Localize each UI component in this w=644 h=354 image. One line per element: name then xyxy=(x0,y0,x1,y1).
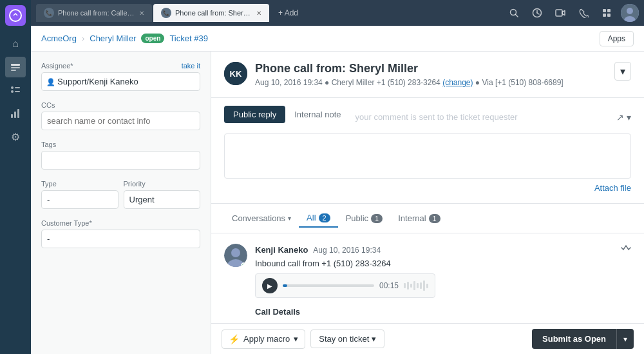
type-select[interactable]: - xyxy=(41,190,118,209)
online-indicator xyxy=(241,262,247,267)
bottom-bar: ⚡ Apply macro ▾ Stay on ticket ▾ Submit … xyxy=(211,323,644,354)
tab-1[interactable]: 📞 Phone call from: Caller +1 (510... ✕ xyxy=(36,4,152,22)
breadcrumb-contact[interactable]: Cheryl Miller xyxy=(90,34,136,43)
bar-5 xyxy=(417,283,419,288)
list-icon[interactable] xyxy=(5,80,26,101)
take-it-link[interactable]: take it xyxy=(182,62,200,70)
svg-rect-9 xyxy=(14,112,16,118)
svg-text:KK: KK xyxy=(230,69,242,79)
breadcrumb-bar: AcmeOrg › Cheryl Miller open Ticket #39 … xyxy=(31,26,644,52)
attach-file-area: Attach file xyxy=(224,181,631,195)
message-1: Kenji Kaneko Aug 10, 2016 19:34 Inbound … xyxy=(224,244,631,323)
tab-1-close[interactable]: ✕ xyxy=(139,10,144,17)
reply-textarea[interactable] xyxy=(224,133,631,179)
ticket-meta: Aug 10, 2016 19:34 ● Cheryl Miller +1 (5… xyxy=(255,78,607,87)
message-1-avatar xyxy=(224,244,247,267)
ticket-info: Phone call from: Sheryl Miller Aug 10, 2… xyxy=(255,62,607,87)
breadcrumb-org[interactable]: AcmeOrg xyxy=(41,34,77,43)
ccs-input[interactable] xyxy=(41,112,200,130)
status-badge: open xyxy=(141,34,164,43)
ticket-header-actions: ▾ xyxy=(614,62,631,81)
ticket-change-link[interactable]: (change) xyxy=(442,78,473,87)
ticket-dropdown-button[interactable]: ▾ xyxy=(614,62,631,81)
submit-button[interactable]: Submit as Open xyxy=(532,329,616,349)
lightning-icon: ⚡ xyxy=(229,334,240,344)
tab-2[interactable]: 📞 Phone call from: Sheryl Miller ✕ xyxy=(153,4,269,22)
bar-2 xyxy=(407,282,409,290)
svg-rect-10 xyxy=(17,109,19,118)
customer-type-field-group: Customer Type* - xyxy=(41,219,200,248)
tab-1-label: Phone call from: Caller +1 (510... xyxy=(58,9,135,17)
search-button[interactable] xyxy=(505,4,523,22)
tags-label: Tags xyxy=(41,141,200,148)
all-label: All xyxy=(307,213,316,222)
message-1-actions[interactable] xyxy=(621,244,631,256)
user-avatar[interactable] xyxy=(621,4,639,22)
all-badge: 2 xyxy=(319,213,330,222)
audio-progress[interactable] xyxy=(283,284,374,287)
home-icon[interactable]: ⌂ xyxy=(5,34,26,54)
tags-field-group: Tags xyxy=(41,141,200,170)
internal-filter[interactable]: Internal 1 xyxy=(390,210,448,227)
internal-note-tab[interactable]: Internal note xyxy=(285,106,350,123)
add-tab-button[interactable]: + Add xyxy=(270,5,306,21)
audio-fill xyxy=(283,284,287,287)
svg-rect-8 xyxy=(11,114,13,118)
macro-select[interactable]: ⚡ Apply macro ▾ xyxy=(222,329,305,349)
message-1-text: Inbound call from +1 (510) 283-3264 xyxy=(255,259,631,268)
tags-input[interactable] xyxy=(41,151,200,170)
all-filter[interactable]: All 2 xyxy=(299,209,338,228)
svg-point-0 xyxy=(10,10,21,21)
bar-1 xyxy=(404,283,406,288)
tab-2-icon: 📞 xyxy=(161,8,171,18)
assignee-input[interactable] xyxy=(41,72,200,91)
type-priority-row: Type - Priority Urgent xyxy=(41,180,200,219)
message-1-time: Aug 10, 2016 19:34 xyxy=(313,246,381,255)
svg-point-27 xyxy=(231,248,240,257)
reply-area: Public reply Internal note your comment … xyxy=(211,98,644,204)
tabs-bar: 📞 Phone call from: Caller +1 (510... ✕ 📞… xyxy=(31,0,644,26)
priority-label: Priority xyxy=(124,180,201,188)
priority-select[interactable]: Urgent xyxy=(124,190,201,209)
bar-4 xyxy=(413,281,415,290)
bar-7 xyxy=(423,280,425,291)
reply-tabs: Public reply Internal note xyxy=(224,106,350,123)
customer-type-label: Customer Type* xyxy=(41,219,200,227)
app-logo[interactable] xyxy=(5,5,26,26)
video-button[interactable] xyxy=(551,4,569,22)
ticket-icon[interactable] xyxy=(5,57,26,77)
play-button[interactable]: ▶ xyxy=(262,278,278,293)
clock-button[interactable] xyxy=(528,4,546,22)
ticket-caller: Cheryl Miller +1 (510) 283-3264 xyxy=(332,78,440,87)
svg-rect-17 xyxy=(603,9,606,12)
audio-player: ▶ 00:15 xyxy=(255,273,435,298)
attach-file-link[interactable]: Attach file xyxy=(594,183,631,193)
submit-dropdown-button[interactable]: ▾ xyxy=(616,329,634,349)
reply-toolbar-right: ↗ ▾ xyxy=(616,112,631,123)
chart-icon[interactable] xyxy=(5,103,26,124)
breadcrumb-ticket[interactable]: Ticket #39 xyxy=(169,34,208,43)
conversation-filters: Conversations ▾ All 2 Public 1 Internal … xyxy=(211,204,644,233)
svg-rect-19 xyxy=(603,14,606,17)
bar-6 xyxy=(420,282,422,289)
assignee-field-group: Assignee* take it 👤 xyxy=(41,62,200,91)
svg-rect-2 xyxy=(11,67,20,68)
apps-button[interactable]: Apps xyxy=(600,31,634,46)
conversations-filter[interactable]: Conversations ▾ xyxy=(224,210,299,227)
type-field-group: Type - xyxy=(41,180,118,209)
reply-format-icon[interactable]: ↗ xyxy=(616,112,624,123)
grid-button[interactable] xyxy=(598,4,616,22)
customer-type-select[interactable]: - xyxy=(41,230,200,248)
conversations-chevron: ▾ xyxy=(288,215,291,222)
public-reply-tab[interactable]: Public reply xyxy=(224,106,285,123)
phone-button[interactable] xyxy=(574,4,592,22)
submit-group: Submit as Open ▾ xyxy=(532,329,634,349)
svg-line-15 xyxy=(537,13,539,14)
svg-point-6 xyxy=(11,90,14,93)
settings-icon[interactable]: ⚙ xyxy=(5,126,26,147)
public-filter[interactable]: Public 1 xyxy=(338,210,391,227)
tab-2-close[interactable]: ✕ xyxy=(256,10,261,17)
stay-on-ticket-button[interactable]: Stay on ticket ▾ xyxy=(310,329,384,348)
reply-dropdown-icon[interactable]: ▾ xyxy=(627,112,631,123)
svg-rect-18 xyxy=(607,9,611,12)
